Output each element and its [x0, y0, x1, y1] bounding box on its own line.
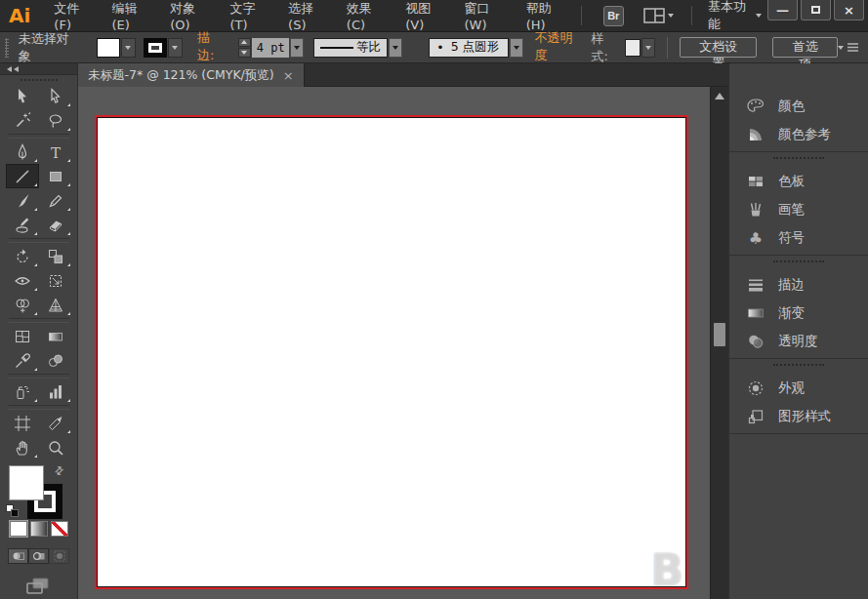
- collapse-panel-icon[interactable]: [7, 66, 12, 72]
- pencil-tool[interactable]: [39, 188, 72, 213]
- canvas[interactable]: B: [78, 87, 710, 599]
- dock-item-color[interactable]: 颜色: [729, 92, 868, 120]
- perspective-grid-tool[interactable]: [39, 293, 72, 317]
- lasso-tool[interactable]: [39, 108, 72, 133]
- stroke-weight-stepper[interactable]: [238, 38, 251, 58]
- collapse-panel-icon[interactable]: [14, 66, 19, 72]
- scale-tool[interactable]: [39, 244, 72, 268]
- brush-definition-dropdown[interactable]: [510, 38, 523, 58]
- tab-close-icon[interactable]: ×: [283, 69, 294, 82]
- menu-item-select[interactable]: 选择(S): [275, 0, 334, 32]
- control-panel-menu-icon[interactable]: [838, 42, 859, 53]
- document-setup-button[interactable]: 文档设置: [680, 37, 757, 58]
- dock-item-swatches[interactable]: 色板: [729, 167, 868, 195]
- scroll-up-arrow-icon[interactable]: [715, 93, 724, 100]
- style-dropdown[interactable]: [641, 38, 655, 58]
- gradient-button[interactable]: [30, 521, 48, 537]
- close-button[interactable]: ×: [834, 0, 864, 20]
- zoom-tool[interactable]: [39, 435, 72, 459]
- width-tool[interactable]: [6, 268, 39, 293]
- menu-item-object[interactable]: 对象(O): [157, 0, 217, 32]
- artboard-tool[interactable]: [6, 411, 39, 435]
- direct-selection-tool[interactable]: [39, 84, 72, 108]
- brush-definition-select[interactable]: • 5 点圆形: [429, 38, 509, 58]
- dock-item-transparency[interactable]: 透明度: [729, 327, 868, 355]
- draw-normal-button[interactable]: [8, 548, 28, 564]
- hand-tool[interactable]: [6, 435, 39, 459]
- swap-fill-stroke-icon[interactable]: ⇄: [52, 463, 67, 479]
- eyedropper-tool[interactable]: [6, 348, 39, 373]
- draw-inside-button[interactable]: [49, 548, 69, 564]
- workspace-switcher[interactable]: 基本功能: [708, 0, 762, 33]
- line-segment-tool[interactable]: [6, 164, 39, 188]
- mesh-tool[interactable]: [6, 324, 39, 348]
- paintbrush-tool[interactable]: [6, 188, 39, 213]
- menu-item-file[interactable]: 文件(F): [41, 0, 99, 32]
- blend-tool[interactable]: [39, 348, 72, 373]
- bridge-button[interactable]: Br: [603, 6, 625, 26]
- slice-tool[interactable]: [39, 411, 72, 435]
- document-tab[interactable]: 未标题-7* @ 121% (CMYK/预览) ×: [78, 63, 305, 87]
- dock-item-label: 描边: [778, 276, 805, 294]
- dock-group-separator: [729, 433, 868, 446]
- dock-item-symbols[interactable]: ♣符号: [729, 223, 868, 252]
- screen-mode-button[interactable]: [0, 577, 77, 599]
- tools-panel-grip[interactable]: [0, 75, 77, 84]
- preferences-button[interactable]: 首选项: [772, 37, 838, 58]
- stroke-panel-link[interactable]: 描边:: [197, 29, 226, 66]
- stroke-color-control: [144, 38, 183, 58]
- dock-item-gradient[interactable]: 渐变: [729, 299, 868, 327]
- dock-item-stroke[interactable]: 描边: [729, 270, 868, 299]
- symbol-sprayer-tool[interactable]: [6, 379, 39, 404]
- pen-tool[interactable]: [6, 140, 39, 164]
- column-graph-tool[interactable]: [39, 379, 72, 404]
- graphic-styles-icon: [746, 407, 765, 426]
- menu-item-window[interactable]: 窗口(W): [452, 0, 514, 32]
- shape-builder-tool[interactable]: [6, 293, 39, 317]
- fill-color-dropdown[interactable]: [121, 38, 136, 58]
- dock-item-brushes[interactable]: 画笔: [729, 195, 868, 223]
- rotate-tool[interactable]: [6, 244, 39, 268]
- menu-item-type[interactable]: 文字(T): [218, 0, 276, 32]
- width-profile-select[interactable]: 等比: [313, 38, 388, 58]
- dock-item-color-guide[interactable]: 颜色参考: [729, 120, 868, 148]
- width-profile-dropdown[interactable]: [389, 38, 402, 58]
- style-swatch[interactable]: [625, 39, 641, 57]
- gradient-tool[interactable]: [39, 324, 72, 348]
- menu-item-help[interactable]: 帮助(H): [514, 0, 573, 32]
- stroke-color-dropdown[interactable]: [168, 38, 183, 58]
- stepper-up-icon[interactable]: [238, 38, 251, 48]
- selection-tool[interactable]: [6, 84, 39, 108]
- dock-item-appearance[interactable]: 外观: [729, 374, 868, 402]
- none-button[interactable]: [51, 521, 68, 537]
- default-fill-stroke-icon[interactable]: [6, 504, 20, 518]
- minimize-button[interactable]: —: [767, 0, 798, 20]
- svg-text:T: T: [50, 143, 60, 161]
- menu-item-view[interactable]: 视图(V): [393, 0, 451, 32]
- type-tool[interactable]: T: [39, 140, 72, 164]
- eraser-tool[interactable]: [39, 213, 72, 237]
- blob-brush-tool[interactable]: [6, 213, 39, 237]
- dock-item-graphic-styles[interactable]: 图形样式: [729, 402, 868, 430]
- canvas-scrollbar[interactable]: [710, 87, 727, 599]
- opacity-panel-link[interactable]: 不透明度: [534, 29, 582, 66]
- magic-wand-tool[interactable]: [6, 108, 39, 133]
- scroll-thumb[interactable]: [714, 323, 725, 346]
- draw-behind-button[interactable]: [28, 548, 49, 564]
- stroke-color-swatch[interactable]: [144, 38, 167, 58]
- stroke-weight-dropdown[interactable]: [290, 38, 304, 58]
- document-window: 未标题-7* @ 121% (CMYK/预览) × B: [78, 63, 727, 599]
- menu-item-effect[interactable]: 效果(C): [334, 0, 393, 32]
- menu-item-edit[interactable]: 编辑(E): [100, 0, 158, 32]
- maximize-button[interactable]: [801, 0, 831, 20]
- rectangle-tool[interactable]: [39, 164, 72, 188]
- color-button[interactable]: [10, 521, 27, 537]
- fill-swatch[interactable]: [9, 465, 44, 500]
- arrange-documents-button[interactable]: [643, 8, 674, 23]
- control-bar-grip[interactable]: [5, 38, 9, 58]
- stroke-weight-field[interactable]: 4 pt: [252, 38, 289, 58]
- fill-color-swatch[interactable]: [97, 38, 120, 58]
- dock-item-label: 渐变: [778, 304, 805, 322]
- stepper-down-icon[interactable]: [238, 48, 251, 58]
- free-transform-tool[interactable]: [39, 268, 72, 293]
